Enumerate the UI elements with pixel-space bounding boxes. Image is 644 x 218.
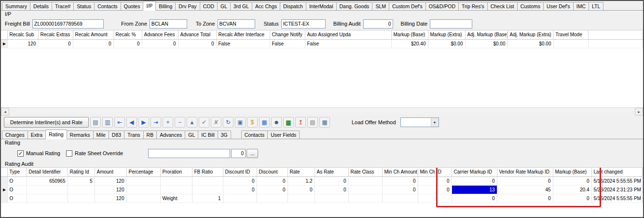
cell-amount[interactable]: 120 bbox=[95, 176, 126, 185]
cell-rate-class[interactable] bbox=[348, 185, 382, 194]
cell-advance-total[interactable]: 0 bbox=[178, 39, 216, 48]
column-header-auto-assigned-upda[interactable]: Auto Assigned Upda bbox=[305, 30, 391, 39]
tab-contacts[interactable]: Contacts bbox=[94, 2, 121, 10]
cell-proration[interactable] bbox=[160, 176, 192, 185]
column-header-recalc[interactable]: Recalc % bbox=[113, 30, 142, 39]
cell-rating-id[interactable] bbox=[68, 185, 95, 194]
cell-recalc[interactable]: 0 bbox=[113, 39, 142, 48]
column-header-adj-markup-base[interactable]: Adj. Markup (Base) bbox=[465, 30, 507, 39]
rate-amount-input[interactable] bbox=[231, 149, 246, 158]
grid-icon[interactable]: ▦ bbox=[319, 117, 330, 128]
screen-icon[interactable]: ▦ bbox=[259, 117, 270, 128]
freight-bill-input[interactable] bbox=[32, 19, 104, 29]
cell-advance-fees[interactable]: 0 bbox=[142, 39, 178, 48]
cell-as-rate[interactable]: 0 bbox=[315, 176, 348, 185]
tab-trip-res-s[interactable]: Trip Res's bbox=[458, 2, 488, 10]
cell-proration[interactable]: Weight bbox=[160, 194, 192, 203]
prior-record-icon[interactable]: ◀ bbox=[126, 117, 137, 128]
column-header-detail-identifier[interactable]: Detail Identifier bbox=[27, 168, 68, 176]
column-header-markup-base[interactable]: Markup (Base) bbox=[391, 30, 428, 39]
tab-slm[interactable]: SLM bbox=[372, 2, 389, 10]
cell-min-ch-amount[interactable] bbox=[382, 194, 418, 203]
next-record-icon[interactable]: ▶ bbox=[138, 117, 149, 128]
cell-fb-ratio[interactable] bbox=[192, 185, 223, 194]
column-header-amount[interactable]: Amount bbox=[95, 168, 126, 176]
tab-details[interactable]: Details bbox=[30, 2, 52, 10]
chevron-down-icon[interactable]: ▼ bbox=[431, 118, 438, 127]
column-header-adj-markup-extra[interactable]: Adj. Markup (Extra) bbox=[507, 30, 553, 39]
column-header-fb-ratio[interactable]: FB Ratio bbox=[192, 168, 223, 176]
column-header-advance-fees[interactable]: Advance Fees bbox=[142, 30, 178, 39]
load-offer-method-select[interactable]: ▼ bbox=[400, 117, 439, 127]
column-header-advance-total[interactable]: Advance Total bbox=[178, 30, 216, 39]
rate-lookup-button[interactable]: ... bbox=[247, 149, 258, 158]
tab-gl[interactable]: GL bbox=[185, 131, 198, 139]
cell-recalc-amount[interactable]: 0 bbox=[73, 39, 113, 48]
refresh-icon[interactable]: ↻ bbox=[223, 117, 233, 128]
tab-mile[interactable]: Mile bbox=[93, 131, 109, 139]
cell-min-ch-id[interactable] bbox=[418, 194, 452, 203]
billing-audit-input[interactable] bbox=[363, 19, 393, 29]
tab-summary[interactable]: Summary bbox=[2, 2, 30, 10]
users-icon[interactable]: ☻ bbox=[271, 117, 282, 128]
tab-dang-goods[interactable]: Dang. Goods bbox=[336, 2, 373, 10]
cell-recalc-extras[interactable]: 0 bbox=[38, 39, 73, 48]
column-header-type[interactable]: Type bbox=[7, 168, 27, 176]
column-header-discount-id[interactable]: Discount ID bbox=[223, 168, 257, 176]
post-edit-icon[interactable]: ✔ bbox=[199, 117, 209, 128]
cell-discount-id[interactable] bbox=[223, 194, 257, 203]
tab-gl[interactable]: GL bbox=[217, 2, 231, 10]
cell-min-ch-id[interactable]: 0 bbox=[418, 185, 452, 194]
cell-rating-id[interactable] bbox=[68, 194, 95, 203]
status-input[interactable] bbox=[281, 19, 326, 29]
cell-markup-base[interactable]: 0 bbox=[553, 176, 591, 185]
column-header-travel-mode[interactable]: Travel Mode bbox=[553, 30, 588, 39]
last-record-icon[interactable]: ⇥ bbox=[151, 117, 161, 128]
tab-imc[interactable]: IMC bbox=[573, 2, 589, 10]
cell-carrier-markup-id[interactable]: 0 bbox=[452, 176, 497, 185]
column-header-proration[interactable]: Proration bbox=[160, 168, 192, 176]
tab-ic-bill[interactable]: IC Bill bbox=[198, 131, 218, 139]
cell-markup-base[interactable]: $20.40 bbox=[391, 39, 428, 48]
cell-markup-extra[interactable]: $0.00 bbox=[428, 39, 465, 48]
column-header-recalc-sub[interactable]: Recalc Sub bbox=[7, 30, 38, 39]
insert-record-icon[interactable]: + bbox=[163, 117, 173, 128]
cancel-edit-icon[interactable]: ✘ bbox=[211, 117, 221, 128]
cell-last-changed[interactable]: 5/23/2024 2:31:23 PM bbox=[591, 185, 642, 194]
cell-type[interactable]: O bbox=[7, 176, 27, 185]
column-header-last-changed[interactable]: Last changed bbox=[591, 168, 642, 176]
tab-trans[interactable]: Trans bbox=[124, 131, 143, 139]
cell-fb-ratio[interactable]: 1 bbox=[192, 194, 223, 203]
cell-rate[interactable] bbox=[288, 194, 315, 203]
tab-custom-def-s[interactable]: Custom Def's bbox=[389, 2, 426, 10]
tab-dispatch[interactable]: Dispatch bbox=[280, 2, 306, 10]
row-selector[interactable] bbox=[1, 194, 7, 203]
tab-extra[interactable]: Extra bbox=[27, 131, 46, 139]
column-header-percentage[interactable]: Percentage bbox=[126, 168, 160, 176]
scrollbar-track[interactable] bbox=[9, 108, 635, 115]
edit-record-icon[interactable]: ▲ bbox=[187, 117, 197, 128]
column-header-min-ch-id[interactable]: Min Ch ID bbox=[418, 168, 452, 176]
cell-rating-id[interactable]: 5 bbox=[68, 176, 95, 185]
tab-rating[interactable]: Rating bbox=[45, 130, 67, 139]
cell-percentage[interactable] bbox=[126, 176, 160, 185]
column-header-rating-id[interactable]: Rating Id bbox=[68, 168, 95, 176]
cell-as-rate[interactable] bbox=[315, 194, 348, 203]
tab-customs[interactable]: Customs bbox=[517, 2, 544, 10]
cell-detail-identifier[interactable]: 650965 bbox=[27, 176, 68, 185]
cell-markup-base[interactable]: 20.4 bbox=[553, 185, 591, 194]
notes-icon[interactable]: ▤ bbox=[307, 117, 318, 128]
table-view-icon[interactable]: ▤ bbox=[90, 117, 101, 128]
cell-detail-identifier[interactable] bbox=[27, 194, 68, 203]
tab-charges[interactable]: Charges bbox=[2, 131, 28, 139]
cell-carrier-markup-id[interactable]: 13 bbox=[452, 185, 497, 194]
cell-type[interactable]: O bbox=[7, 185, 27, 194]
cell-change-notify[interactable]: False bbox=[270, 39, 305, 48]
cell-vendor-rate-markup-id[interactable]: 0 bbox=[497, 176, 553, 185]
cell-auto-assigned-upda[interactable]: False bbox=[305, 39, 391, 48]
cell-rate-class[interactable] bbox=[348, 176, 382, 185]
tab-trace[interactable]: Trace# bbox=[52, 2, 74, 10]
column-header-recalc-extras[interactable]: Recalc Extras bbox=[38, 30, 73, 39]
cell-vendor-rate-markup-id[interactable]: 45 bbox=[497, 185, 553, 194]
cell-recalc-after-interface[interactable]: False bbox=[216, 39, 270, 48]
